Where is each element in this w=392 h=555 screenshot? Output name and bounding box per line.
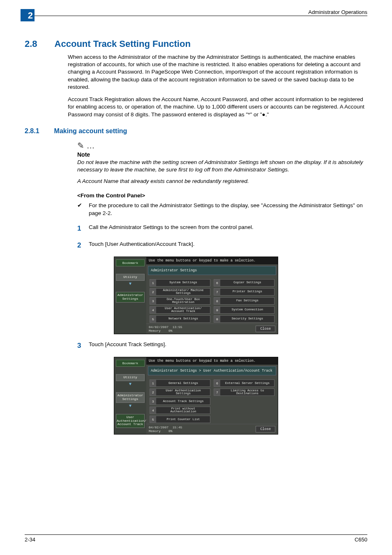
touchscreen-panel: Bookmark Utility ▼ Administrator Setting…	[114, 257, 278, 334]
menu-number: 7	[214, 289, 221, 295]
bookmark-button[interactable]: Bookmark	[116, 259, 145, 266]
menu-item-security[interactable]: 0Security Settings	[214, 315, 274, 323]
menu-item-limit-access[interactable]: 7Limiting Access to Destinations	[214, 388, 274, 396]
menu-label: Administrator/ Machine Settings	[157, 289, 210, 295]
breadcrumb: Administrator Settings > User Authentica…	[148, 366, 276, 375]
note-icon: ✎ …	[77, 141, 367, 150]
sidebar-user-auth[interactable]: User Authentication/ Account Track	[116, 414, 145, 428]
menu-number: 2	[150, 289, 157, 295]
page-number: 2-34	[25, 536, 35, 543]
menu-label: One-Touch/User Box Registration	[157, 298, 210, 304]
menu-label: Limiting Access to Destinations	[221, 389, 274, 395]
running-head: Administrator Operations	[308, 9, 367, 15]
status-info: 04/02/2007 13:55 Memory 0%	[149, 325, 182, 333]
menu-label: Account Track Settings	[157, 400, 210, 403]
panel-instruction: Use the menu buttons or keypad to make a…	[146, 257, 278, 264]
checkmark-icon: ✔	[77, 202, 89, 217]
menu-number: 4	[150, 407, 157, 414]
menu-label: User Authentication Settings	[157, 389, 210, 395]
menu-item-user-auth[interactable]: 4User Authentication/ Account Track	[150, 306, 210, 314]
menu-label: Network Settings	[157, 317, 210, 321]
step-number: 3	[77, 340, 89, 351]
panel-instruction: Use the menu buttons or keypad to make a…	[146, 357, 278, 365]
down-arrow-icon: ▼	[116, 404, 145, 408]
step-text: Touch [Account Track Settings].	[89, 340, 166, 351]
paragraph: Account Track Registration allows the Ac…	[68, 96, 367, 118]
menu-item-print-without-auth[interactable]: 4Print without Authentication	[150, 407, 210, 414]
step-text: Call the Administrator Settings to the s…	[89, 223, 254, 234]
menu-item-printer[interactable]: 7Printer Settings	[214, 288, 274, 296]
sidebar-admin-settings[interactable]: Administrator Settings	[116, 292, 145, 303]
close-button[interactable]: Close	[256, 326, 275, 332]
menu-number: 6	[214, 280, 221, 286]
menu-number: 9	[214, 307, 221, 313]
menu-label: Fax Settings	[221, 299, 274, 303]
subsection-title: Making account setting	[54, 127, 127, 135]
menu-number: 2	[150, 389, 157, 395]
section-number: 2.8	[25, 39, 37, 49]
close-button[interactable]: Close	[256, 426, 275, 432]
menu-item-print-counter[interactable]: 5Print Counter List	[150, 416, 210, 423]
menu-label: General Settings	[157, 382, 210, 385]
subsection-number: 2.8.1	[25, 127, 39, 135]
menu-item-one-touch[interactable]: 3One-Touch/User Box Registration	[150, 297, 210, 305]
menu-label: Printer Settings	[221, 290, 274, 294]
menu-item-fax[interactable]: 8Fax Settings	[214, 297, 274, 305]
menu-number: 0	[214, 316, 221, 322]
menu-item-admin-machine[interactable]: 2Administrator/ Machine Settings	[150, 288, 210, 296]
note-label: Note	[77, 151, 367, 158]
menu-number: 3	[150, 398, 157, 405]
menu-item-sysconn[interactable]: 9System Connection	[214, 306, 274, 314]
menu-number: 4	[150, 307, 157, 313]
menu-number: 1	[150, 280, 157, 286]
menu-item-ext-server[interactable]: 6External Server Settings	[214, 379, 274, 387]
menu-number: 5	[150, 416, 157, 423]
breadcrumb: Administrator Settings	[148, 266, 276, 275]
sidebar-admin-settings[interactable]: Administrator Settings	[116, 392, 145, 403]
step-number: 1	[77, 223, 89, 234]
note-text: A Account Name that already exists canno…	[77, 178, 367, 185]
step-text: Touch [User Authentication/Account Track…	[89, 240, 194, 251]
menu-number: 1	[150, 380, 157, 386]
panel-heading: <From the Control Panel>	[77, 192, 367, 199]
menu-label: System Connection	[221, 308, 274, 312]
down-arrow-icon: ▼	[116, 282, 145, 286]
section-title: Account Track Setting Function	[55, 39, 191, 49]
menu-number: 7	[214, 389, 221, 395]
status-info: 04/02/2007 15:45 Memory 0%	[149, 426, 182, 433]
sidebar-utility[interactable]: Utility	[116, 374, 145, 381]
menu-number: 3	[150, 298, 157, 304]
touchscreen-panel: Bookmark Utility ▼ Administrator Setting…	[114, 357, 278, 435]
menu-label: Copier Settings	[221, 281, 274, 284]
menu-label: Print without Authentication	[157, 407, 210, 414]
top-rule	[25, 16, 367, 16]
menu-label: User Authentication/ Account Track	[157, 307, 210, 313]
bullet-text: For the procedure to call the Administra…	[89, 202, 367, 217]
bookmark-button[interactable]: Bookmark	[116, 360, 145, 367]
menu-label: Security Settings	[221, 317, 274, 321]
menu-item-account-track[interactable]: 3Account Track Settings	[150, 398, 210, 405]
menu-item-user-auth-settings[interactable]: 2User Authentication Settings	[150, 388, 210, 396]
menu-number: 6	[214, 380, 221, 386]
menu-number: 8	[214, 298, 221, 304]
paragraph: When access to the Administrator of the …	[68, 53, 367, 91]
menu-label: System Settings	[157, 281, 210, 284]
note-text: Do not leave the machine with the settin…	[77, 159, 367, 173]
menu-item-copier[interactable]: 6Copier Settings	[214, 279, 274, 287]
menu-item-system-settings[interactable]: 1System Settings	[150, 279, 210, 287]
step-number: 2	[77, 240, 89, 251]
menu-label: Print Counter List	[157, 418, 210, 421]
menu-item-general[interactable]: 1General Settings	[150, 379, 210, 387]
menu-number: 5	[150, 316, 157, 322]
menu-label: External Server Settings	[221, 382, 274, 385]
model-number: C650	[355, 536, 367, 543]
menu-item-network[interactable]: 5Network Settings	[150, 315, 210, 323]
chapter-badge: 2	[21, 9, 35, 21]
down-arrow-icon: ▼	[116, 382, 145, 386]
sidebar-utility[interactable]: Utility	[116, 274, 145, 281]
